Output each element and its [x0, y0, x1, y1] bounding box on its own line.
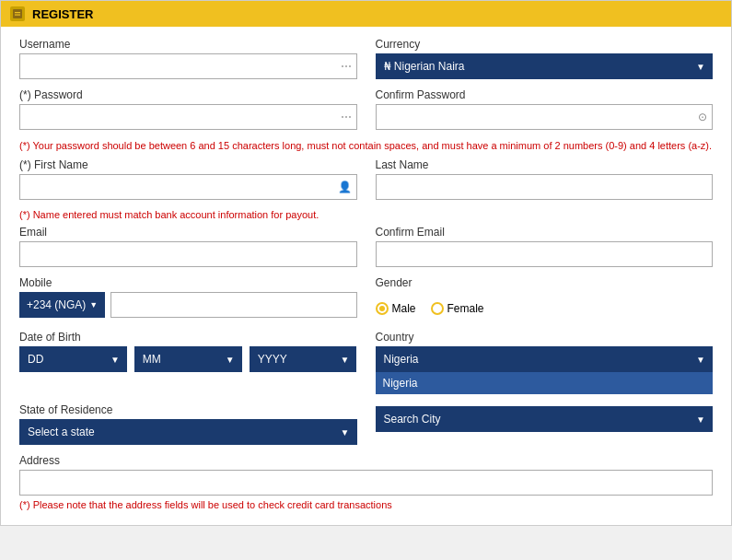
col-username: Username ⋯ [19, 38, 357, 79]
row-names: (*) First Name 👤 Last Name [19, 158, 713, 200]
first-name-icon: 👤 [338, 181, 352, 193]
gender-female-radio[interactable] [431, 302, 444, 315]
col-city: Search City [376, 403, 714, 445]
svg-rect-0 [13, 9, 22, 18]
row-mobile-gender: Mobile +234 (NGA) ▼ Gender Male [19, 276, 713, 321]
password-input[interactable] [19, 104, 357, 130]
state-label: State of Residence [19, 403, 357, 416]
form-body: Username ⋯ Currency ₦ Nigerian Naira $ U… [1, 27, 731, 525]
address-note: (*) Please note that the address fields … [19, 499, 713, 510]
email-label: Email [19, 226, 357, 239]
col-dob: Date of Birth DD MM YYYY [19, 331, 357, 394]
col-confirm-email: Confirm Email [376, 226, 714, 267]
currency-label: Currency [376, 38, 714, 51]
email-input[interactable] [19, 241, 357, 267]
address-label: Address [19, 454, 713, 467]
col-country: Country Select Country Nigeria Nigeria [376, 331, 714, 394]
country-dropdown-area: Select Country Nigeria Nigeria [376, 346, 714, 394]
row-passwords: (*) Password ⋯ Confirm Password ⊙ [19, 88, 713, 130]
state-select-wrapper: Select a state [19, 419, 357, 445]
confirm-email-input[interactable] [376, 241, 714, 267]
state-select[interactable]: Select a state [19, 419, 357, 445]
username-input[interactable] [19, 53, 357, 79]
col-last-name: Last Name [376, 158, 714, 200]
title-text: REGISTER [32, 7, 93, 21]
row-username-currency: Username ⋯ Currency ₦ Nigerian Naira $ U… [19, 38, 713, 79]
dob-yyyy-select[interactable]: YYYY [250, 346, 357, 372]
col-confirm-password: Confirm Password ⊙ [376, 88, 714, 130]
dob-dd-select[interactable]: DD [19, 346, 127, 372]
dob-label: Date of Birth [19, 331, 357, 344]
title-bar: REGISTER [1, 1, 731, 27]
gender-male-option[interactable]: Male [376, 302, 416, 315]
row-dob-country: Date of Birth DD MM YYYY [19, 331, 713, 394]
last-name-label: Last Name [376, 158, 714, 171]
col-password: (*) Password ⋯ [19, 88, 357, 130]
col-email: Email [19, 226, 357, 267]
dob-dd-wrapper: DD [19, 346, 127, 372]
svg-rect-1 [15, 12, 20, 13]
col-address: Address [19, 454, 713, 496]
password-icon: ⋯ [341, 111, 352, 123]
dob-yyyy-wrapper: YYYY [250, 346, 357, 372]
col-mobile: Mobile +234 (NGA) ▼ [19, 276, 357, 321]
gender-female-label: Female [447, 302, 484, 315]
last-name-input[interactable] [376, 174, 714, 200]
col-first-name: (*) First Name 👤 [19, 158, 357, 200]
col-currency: Currency ₦ Nigerian Naira $ US Dollar € … [376, 38, 714, 79]
username-label: Username [19, 38, 357, 51]
gender-label: Gender [376, 276, 714, 289]
col-state: State of Residence Select a state [19, 403, 357, 445]
mobile-row: +234 (NGA) ▼ [19, 292, 357, 318]
gender-row: Male Female [376, 296, 714, 321]
username-input-wrapper: ⋯ [19, 53, 357, 79]
register-window: REGISTER Username ⋯ Currency ₦ Nigerian … [0, 0, 732, 526]
gender-male-radio[interactable] [376, 302, 389, 315]
svg-rect-2 [15, 15, 20, 16]
country-label: Country [376, 331, 714, 344]
mobile-label: Mobile [19, 276, 357, 289]
city-select[interactable]: Search City [376, 406, 714, 432]
password-input-wrapper: ⋯ [19, 104, 357, 130]
confirm-password-input-wrapper: ⊙ [376, 104, 714, 130]
address-input[interactable] [19, 470, 713, 496]
mobile-code-text: +234 (NGA) [27, 298, 86, 311]
currency-select[interactable]: ₦ Nigerian Naira $ US Dollar € Euro [376, 53, 714, 79]
confirm-password-input[interactable] [376, 104, 714, 130]
register-icon [10, 6, 25, 21]
row-emails: Email Confirm Email [19, 226, 713, 267]
currency-select-wrapper: ₦ Nigerian Naira $ US Dollar € Euro [376, 53, 714, 79]
confirm-password-label: Confirm Password [376, 88, 714, 101]
dob-row: DD MM YYYY [19, 346, 357, 372]
mobile-code-button[interactable]: +234 (NGA) ▼ [19, 292, 105, 318]
gender-male-label: Male [392, 302, 416, 315]
col-gender: Gender Male Female [376, 276, 714, 321]
gender-female-option[interactable]: Female [431, 302, 484, 315]
row-address: Address [19, 454, 713, 496]
dob-mm-select[interactable]: MM [134, 346, 242, 372]
password-label: (*) Password [19, 88, 357, 101]
country-select-wrapper: Select Country Nigeria [376, 346, 714, 372]
first-name-label: (*) First Name [19, 158, 357, 171]
username-icon: ⋯ [341, 60, 352, 73]
name-note: (*) Name entered must match bank account… [19, 209, 713, 220]
city-select-wrapper: Search City [376, 406, 714, 432]
password-note: (*) Your password should be between 6 an… [19, 139, 713, 153]
dob-mm-wrapper: MM [134, 346, 242, 372]
first-name-input[interactable] [19, 174, 357, 200]
mobile-code-arrow: ▼ [89, 300, 98, 309]
country-select[interactable]: Select Country Nigeria [376, 346, 714, 372]
row-state-city: State of Residence Select a state Search… [19, 403, 713, 445]
confirm-email-label: Confirm Email [376, 226, 714, 239]
country-highlighted-option[interactable]: Nigeria [376, 372, 714, 394]
mobile-number-input[interactable] [110, 292, 356, 318]
confirm-password-icon: ⊙ [698, 111, 707, 123]
first-name-input-wrapper: 👤 [19, 174, 357, 200]
